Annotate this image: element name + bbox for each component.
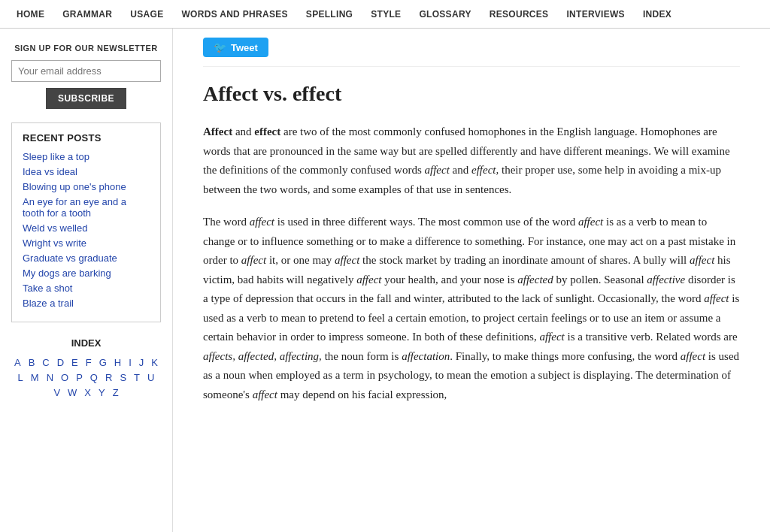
nav-item-style[interactable]: STYLE <box>362 0 410 29</box>
subscribe-button[interactable]: SUBSCRIBE <box>46 88 126 109</box>
index-letter-u[interactable]: U <box>145 371 156 384</box>
main-content: 🐦 Tweet Affect vs. effect Affect and eff… <box>173 29 770 532</box>
index-letter-y[interactable]: Y <box>96 386 108 399</box>
index-letter-c[interactable]: C <box>40 356 51 369</box>
index-letter-v[interactable]: V <box>51 386 62 399</box>
index-letter-x[interactable]: X <box>82 386 93 399</box>
sidebar: SIGN UP FOR OUR NEWSLETTER SUBSCRIBE REC… <box>0 29 173 532</box>
recent-post-link[interactable]: Graduate vs graduate <box>23 252 150 264</box>
index-letter-a[interactable]: A <box>12 356 23 369</box>
index-letter-d[interactable]: D <box>55 356 66 369</box>
tweet-label: Tweet <box>231 42 258 53</box>
recent-posts-list: Sleep like a topIdea vs idealBlowing up … <box>23 151 150 309</box>
tweet-button[interactable]: 🐦 Tweet <box>203 38 268 57</box>
nav-item-glossary[interactable]: GLOSSARY <box>410 0 480 29</box>
nav-item-interviews[interactable]: INTERVIEWS <box>557 0 633 29</box>
index-letter-s[interactable]: S <box>117 371 129 384</box>
top-nav: HOMEGRAMMARUSAGEWORDS AND PHRASESSPELLIN… <box>0 0 770 29</box>
newsletter-section: SIGN UP FOR OUR NEWSLETTER SUBSCRIBE <box>11 44 161 109</box>
nav-item-spelling[interactable]: SPELLING <box>297 0 362 29</box>
nav-item-grammar[interactable]: GRAMMAR <box>53 0 121 29</box>
index-section: INDEX ABCDEFGHIJKLMNOPQRSTUVWXYZ <box>11 337 161 399</box>
index-letter-t[interactable]: T <box>132 371 142 384</box>
index-letter-p[interactable]: P <box>74 371 85 384</box>
recent-post-link[interactable]: Wright vs write <box>23 237 150 249</box>
index-letter-w[interactable]: W <box>65 386 79 399</box>
index-letter-f[interactable]: F <box>83 356 94 369</box>
twitter-icon: 🐦 <box>214 41 226 53</box>
email-input[interactable] <box>11 60 161 82</box>
recent-post-link[interactable]: Sleep like a top <box>23 151 150 162</box>
article-title: Affect vs. effect <box>203 82 740 106</box>
p1-text: are two of the most commonly confused ho… <box>203 125 730 195</box>
index-letter-k[interactable]: K <box>149 356 160 369</box>
newsletter-label: SIGN UP FOR OUR NEWSLETTER <box>11 44 161 53</box>
recent-posts-title: RECENT POSTS <box>23 132 150 144</box>
tweet-bar: 🐦 Tweet <box>203 29 740 67</box>
recent-post-link[interactable]: Take a shot <box>23 283 150 294</box>
recent-post-link[interactable]: Idea vs ideal <box>23 166 150 177</box>
nav-item-index[interactable]: INDEX <box>634 0 681 29</box>
index-title: INDEX <box>11 337 161 349</box>
index-letter-z[interactable]: Z <box>111 386 121 399</box>
nav-item-words-and-phrases[interactable]: WORDS AND PHRASES <box>172 0 296 29</box>
index-letter-g[interactable]: G <box>97 356 109 369</box>
article-paragraph-2: The word affect is used in three differe… <box>203 213 740 404</box>
index-letter-e[interactable]: E <box>69 356 80 369</box>
nav-item-home[interactable]: HOME <box>8 0 53 29</box>
index-row: ABCDEFGHIJK <box>11 356 161 369</box>
index-letter-i[interactable]: I <box>126 356 134 369</box>
index-letter-n[interactable]: N <box>44 371 56 384</box>
index-letter-r[interactable]: R <box>103 371 114 384</box>
recent-post-link[interactable]: Weld vs welled <box>23 222 150 234</box>
index-letter-j[interactable]: J <box>137 356 147 369</box>
nav-item-resources[interactable]: RESOURCES <box>480 0 558 29</box>
index-letter-h[interactable]: H <box>112 356 123 369</box>
index-letter-m[interactable]: M <box>29 371 41 384</box>
index-row: LMNOPQRSTU <box>11 371 161 384</box>
recent-posts-section: RECENT POSTS Sleep like a topIdea vs ide… <box>11 122 161 322</box>
index-row: VWXYZ <box>11 386 161 399</box>
recent-post-link[interactable]: Blaze a trail <box>23 298 150 309</box>
index-letters: ABCDEFGHIJKLMNOPQRSTUVWXYZ <box>11 356 161 399</box>
index-letter-q[interactable]: Q <box>88 371 100 384</box>
recent-post-link[interactable]: My dogs are barking <box>23 268 150 279</box>
affect-bold: Affect <box>203 125 232 138</box>
recent-post-link[interactable]: An eye for an eye and a tooth for a toot… <box>23 196 150 219</box>
article-paragraph-1: Affect and effect are two of the most co… <box>203 122 740 199</box>
recent-post-link[interactable]: Blowing up one's phone <box>23 181 150 192</box>
nav-item-usage[interactable]: USAGE <box>121 0 172 29</box>
index-letter-o[interactable]: O <box>59 371 71 384</box>
index-letter-b[interactable]: B <box>26 356 38 369</box>
layout: SIGN UP FOR OUR NEWSLETTER SUBSCRIBE REC… <box>0 29 770 532</box>
article-body: Affect and effect are two of the most co… <box>203 122 740 404</box>
effect-bold: effect <box>254 125 280 138</box>
index-letter-l[interactable]: L <box>16 371 26 384</box>
